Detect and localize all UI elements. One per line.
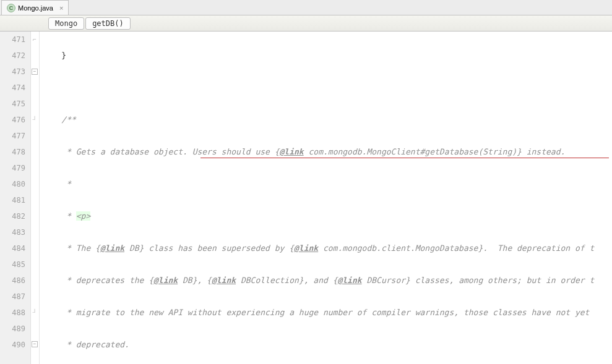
code-line: * <box>40 176 612 192</box>
fold-end-icon[interactable]: ┘ <box>32 309 38 315</box>
fold-end-icon[interactable]: ┘ <box>32 116 38 122</box>
file-tab[interactable]: C Mongo.java × <box>1 0 69 15</box>
fold-toggle-icon[interactable]: − <box>32 341 38 347</box>
code-content[interactable]: } /** * Gets a database object. Users sh… <box>40 32 612 364</box>
line-number: 472 <box>0 48 25 64</box>
code-line: * <p> <box>40 208 612 224</box>
line-number-gutter: 471 472 473 474 475 476 477 478 479 480 … <box>0 32 31 364</box>
code-line: /** <box>40 112 612 128</box>
line-number: 482 <box>0 208 25 224</box>
line-number: 471 <box>0 32 25 48</box>
line-number: 477 <box>0 128 25 144</box>
code-line: * deprecates the {@link DB}, {@link DBCo… <box>40 273 612 289</box>
code-line: * Gets a database object. Users should u… <box>40 144 612 160</box>
breadcrumb: Mongo getDB() <box>0 15 612 32</box>
tab-bar: C Mongo.java × <box>0 0 612 15</box>
line-number: 488 <box>0 305 25 321</box>
line-number: 476 <box>0 112 25 128</box>
line-number: 489 <box>0 321 25 337</box>
error-underline <box>200 158 609 158</box>
fold-end-icon[interactable]: ⌐ <box>32 36 38 42</box>
code-line: * deprecated. <box>40 337 612 353</box>
breadcrumb-method[interactable]: getDB() <box>85 17 131 30</box>
java-class-icon: C <box>7 4 15 12</box>
line-number: 473 <box>0 64 25 80</box>
line-number: 480 <box>0 176 25 192</box>
line-number: 478 <box>0 144 25 160</box>
breadcrumb-class[interactable]: Mongo <box>48 17 84 30</box>
code-area: 471 472 473 474 475 476 477 478 479 480 … <box>0 32 612 364</box>
code-line: * migrate to the new API without experie… <box>40 305 612 321</box>
tab-filename: Mongo.java <box>18 4 53 12</box>
code-line: } <box>40 48 612 64</box>
fold-toggle-icon[interactable]: − <box>32 69 38 75</box>
code-line: * The {@link DB} class has been supersed… <box>40 240 612 256</box>
fold-gutter: ⌐ − ┘ ┘ − <box>31 32 40 364</box>
line-number: 484 <box>0 240 25 256</box>
line-number: 485 <box>0 256 25 273</box>
editor-root: C Mongo.java × Mongo getDB() 471 472 473… <box>0 0 612 364</box>
line-number: 474 <box>0 80 25 96</box>
line-number: 481 <box>0 192 25 208</box>
close-icon[interactable]: × <box>59 4 63 12</box>
line-number: 490 <box>0 337 25 353</box>
line-number: 486 <box>0 273 25 289</box>
line-number: 479 <box>0 160 25 176</box>
line-number: 487 <box>0 289 25 305</box>
line-number: 475 <box>0 96 25 112</box>
line-number: 483 <box>0 224 25 240</box>
code-line <box>40 80 612 96</box>
